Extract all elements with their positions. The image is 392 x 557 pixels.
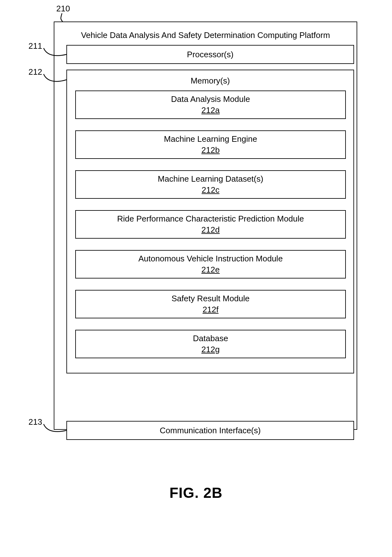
module-box-212f: Safety Result Module 212f (75, 290, 346, 318)
module-ref: 212e (201, 264, 220, 275)
module-ref: 212c (202, 185, 219, 196)
figure-caption: FIG. 2B (0, 484, 392, 501)
module-box-212d: Ride Performance Characteristic Predicti… (75, 210, 346, 239)
module-ref: 212f (203, 304, 219, 315)
comm-interface-label: Communication Interface(s) (160, 426, 260, 435)
module-ref: 212a (201, 105, 220, 116)
processors-label: Processor(s) (187, 50, 233, 59)
module-name: Machine Learning Dataset(s) (158, 173, 263, 185)
module-box-212g: Database 212g (75, 330, 346, 358)
module-name: Autonomous Vehicle Instruction Module (138, 253, 283, 264)
module-ref: 212b (201, 145, 220, 156)
module-ref: 212d (201, 224, 220, 235)
module-box-212b: Machine Learning Engine 212b (75, 130, 346, 159)
module-box-212a: Data Analysis Module 212a (75, 91, 346, 119)
module-name: Data Analysis Module (171, 94, 250, 105)
module-box-212c: Machine Learning Dataset(s) 212c (75, 170, 346, 199)
module-name: Machine Learning Engine (164, 134, 257, 145)
diagram-canvas: 210 211 212 213 Vehicle Data Analysis An… (0, 0, 392, 557)
comm-interface-box: Communication Interface(s) (66, 421, 354, 440)
module-ref: 212g (201, 344, 220, 355)
processors-box: Processor(s) (66, 45, 354, 64)
module-name: Database (193, 333, 228, 344)
module-name: Safety Result Module (171, 293, 249, 304)
memory-title: Memory(s) (67, 76, 353, 86)
platform-title: Vehicle Data Analysis And Safety Determi… (54, 30, 357, 40)
module-name: Ride Performance Characteristic Predicti… (117, 213, 304, 224)
module-box-212e: Autonomous Vehicle Instruction Module 21… (75, 250, 346, 278)
